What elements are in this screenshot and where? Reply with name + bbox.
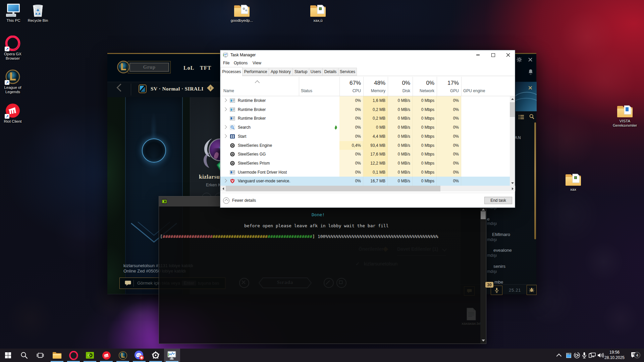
tm-process-row[interactable]: Runtime Broker0%0,2 MB0 MB/s0 Mbps0%: [220, 114, 510, 123]
lol-nav-lol[interactable]: LoL: [183, 65, 194, 71]
tray-show-hidden-icons[interactable]: [556, 349, 563, 362]
desktop-icon-riot-client[interactable]: ↗Riot Client: [0, 104, 25, 124]
scroll-down-arrow[interactable]: [510, 180, 515, 186]
tray-capture-icon[interactable]: [573, 349, 581, 362]
lol-nav-tft[interactable]: TFT: [200, 65, 211, 71]
taskbar-button-opera[interactable]: [65, 349, 82, 362]
lol-group-button[interactable]: Grup: [128, 61, 171, 73]
desktop-icon-xax-u[interactable]: xax,ü: [305, 3, 331, 23]
tm-colhdr-network[interactable]: Network: [413, 88, 434, 93]
tray-microphone-icon[interactable]: [581, 349, 587, 362]
expand-chevron-icon[interactable]: [223, 179, 227, 183]
tm-tab-services[interactable]: Services: [338, 68, 357, 76]
queue-info-icon[interactable]: i: [207, 84, 214, 92]
tray-notification-center[interactable]: 4: [629, 349, 640, 362]
tm-end-task-button[interactable]: End task: [484, 197, 512, 204]
scroll-thumb[interactable]: [481, 211, 486, 219]
tm-vertical-scrollbar[interactable]: [510, 96, 515, 186]
desktop-icon-opera-gx[interactable]: ↗Opera GX Browser: [0, 36, 25, 61]
expand-chevron-icon[interactable]: [223, 107, 227, 111]
scroll-right-arrow[interactable]: [510, 186, 515, 191]
league-of-legends-icon: [118, 351, 127, 360]
tm-tab-performance[interactable]: Performance: [243, 68, 269, 76]
process-name: Search: [238, 125, 251, 130]
taskbar-button-steelseries-gg[interactable]: [148, 349, 164, 362]
lol-settings-gear-icon[interactable]: [517, 57, 522, 62]
tm-maximize-button[interactable]: [486, 50, 500, 60]
lol-notifications-bell-icon[interactable]: [528, 69, 533, 75]
social-bug-report-button[interactable]: [527, 285, 537, 295]
chevron-up-circle-icon-part: [224, 199, 228, 203]
taskbar-button-task-view[interactable]: [32, 349, 48, 362]
tm-tab-processes[interactable]: Processes: [221, 67, 243, 76]
tray-clock[interactable]: 19:5628.10.2025: [604, 350, 625, 361]
friend-name-fragment[interactable]: EMlmaro: [492, 232, 510, 237]
tm-minimize-button[interactable]: [471, 50, 485, 60]
tm-colhdr-gpu-engine[interactable]: GPU engine: [463, 88, 485, 93]
tm-tab-startup[interactable]: Startup: [293, 68, 309, 76]
back-chevron-icon[interactable]: [116, 83, 124, 92]
taskbar-button-nvidia[interactable]: [82, 349, 98, 362]
tm-colhdr-gpu[interactable]: GPU: [437, 88, 459, 93]
tm-value-network: 0 Mbps: [413, 143, 434, 148]
tm-colhdr-name[interactable]: Name: [223, 88, 234, 93]
tm-tab-app-history[interactable]: App history: [269, 68, 293, 76]
expand-chevron-icon[interactable]: [223, 125, 227, 129]
desktop-icon-league-of-legends[interactable]: ↗League of Legends: [0, 70, 25, 94]
tm-colhdr-cpu[interactable]: CPU: [339, 88, 361, 93]
taskbar-button-league-of-legends[interactable]: [115, 349, 131, 362]
tm-colhdr-disk[interactable]: Disk: [388, 88, 410, 93]
tm-process-row[interactable]: Usermode Font Driver Host0%0,1 MB0 MB/s0…: [220, 168, 510, 177]
tm-process-row[interactable]: SteelSeries GG0%17,6 MB0 MB/s0 Mbps0%: [220, 150, 510, 159]
scroll-up-arrow[interactable]: [510, 96, 515, 102]
tm-process-row[interactable]: Runtime Broker0%0,2 MB0 MB/s0 Mbps0%: [220, 105, 510, 114]
desktop-icon-this-pc[interactable]: This PC: [1, 3, 26, 23]
lol-close-icon[interactable]: [528, 57, 533, 62]
tm-colhdr-status[interactable]: Status: [301, 88, 312, 93]
friend-name-fragment[interactable]: mbe: [494, 280, 503, 285]
tray-network-icon[interactable]: [588, 349, 596, 362]
desktop-icon-xax[interactable]: xax: [560, 172, 586, 192]
tm-horizontal-scrollbar[interactable]: [220, 186, 515, 191]
taskbar-button-task-manager[interactable]: [164, 349, 180, 362]
scroll-down-arrow[interactable]: [480, 338, 486, 343]
taskbar-button-riot-client[interactable]: [98, 349, 114, 362]
process-name: Usermode Font Driver Host: [238, 170, 287, 175]
tray-app-window-icon[interactable]: [565, 349, 572, 362]
taskbar-button-file-explorer[interactable]: [49, 349, 65, 362]
tm-tab-details[interactable]: Details: [323, 68, 338, 76]
tm-process-row[interactable]: Vanguard user-mode service.0%16,7 MB0 MB…: [220, 177, 510, 186]
taskbar-button-start[interactable]: [0, 349, 16, 362]
tm-fewer-details-button[interactable]: Fewer details: [223, 197, 256, 204]
tm-menu-file[interactable]: File: [223, 61, 229, 65]
tm-process-row[interactable]: SteelSeries Engine0,4%93,4 MB0 MB/s0 Mbp…: [220, 141, 510, 150]
desktop-icon-recycle-bin[interactable]: Recycle Bin: [25, 3, 51, 23]
expand-chevron-icon[interactable]: [223, 134, 227, 138]
taskbar-button-discord[interactable]: [131, 349, 147, 362]
friend-name-fragment[interactable]: senirs: [493, 264, 505, 269]
console-scrollbar[interactable]: [480, 206, 486, 344]
tm-process-row[interactable]: SteelSeries Prism0%12,2 MB0 MB/s0 Mbps0%: [220, 159, 510, 168]
tm-sort-indicator: [255, 80, 260, 85]
tm-process-row[interactable]: Runtime Broker0%1,6 MB0 MB/s0 Mbps0%: [220, 96, 510, 105]
tm-colhdr-memory[interactable]: Memory: [363, 88, 385, 93]
scroll-left-arrow[interactable]: [220, 186, 226, 191]
tm-process-row[interactable]: Search0%0 MB0 MB/s0 Mbps0%: [220, 123, 510, 132]
tm-close-button[interactable]: [501, 50, 516, 60]
tm-process-row[interactable]: Start0%4,4 MB0 MB/s0 Mbps0%: [220, 132, 510, 141]
tm-value-gpu: 0%: [437, 170, 459, 175]
friend-name-fragment[interactable]: evealone: [493, 248, 512, 253]
expand-chevron-icon[interactable]: [223, 98, 227, 102]
friend-name-fragment[interactable]: e: [487, 217, 490, 222]
scroll-thumb[interactable]: [226, 186, 440, 191]
tm-titlebar[interactable]: Task Manager: [220, 50, 515, 60]
progress-close: ]: [312, 234, 318, 239]
tm-menu-options[interactable]: Options: [234, 61, 248, 65]
scroll-thumb[interactable]: [510, 102, 515, 117]
desktop-icon-goodbyedp[interactable]: goodbyedp...: [229, 3, 255, 23]
taskbar-button-search[interactable]: [16, 349, 32, 362]
progress-percents: %%%%%%%%%%%%%%%%%%%%%%%%%%%%%%%%%%%%%%%%…: [325, 234, 438, 239]
tm-menu-view[interactable]: View: [253, 61, 261, 65]
tm-tab-users[interactable]: Users: [309, 68, 323, 76]
desktop-icon-vista-gereksinimler[interactable]: VISTA Gereksınımler: [612, 103, 638, 128]
